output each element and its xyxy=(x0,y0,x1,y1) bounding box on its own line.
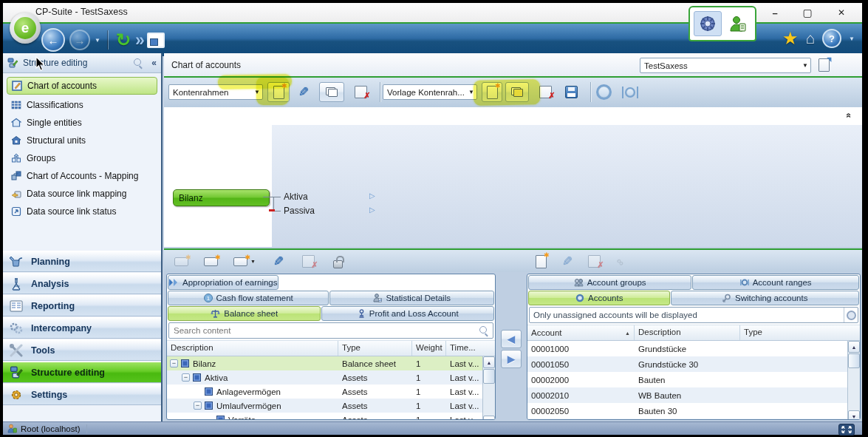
close-button[interactable] xyxy=(829,4,854,21)
tree-node-aktiva[interactable]: Aktiva xyxy=(284,192,308,202)
collapse-panel-icon[interactable] xyxy=(844,113,855,118)
tab-balance-sheet[interactable]: Balance sheet xyxy=(168,306,321,321)
scrollbar-thumb[interactable] xyxy=(483,369,495,384)
sidebar-item-classifications[interactable]: Classifications xyxy=(3,96,161,114)
expand-window-button[interactable] xyxy=(838,424,855,436)
tab-switching-accounts[interactable]: Switching accounts xyxy=(671,291,859,305)
back-button[interactable] xyxy=(41,28,65,52)
tab-cash-flow-statement[interactable]: 1 Cash flow statement xyxy=(168,291,329,305)
collapse-box-icon[interactable] xyxy=(182,373,190,382)
column-header-weight[interactable]: Weight xyxy=(412,341,446,356)
tree-node-bilanz[interactable]: Bilanz xyxy=(173,189,270,206)
edit-node-button[interactable] xyxy=(266,252,291,271)
edit-account-button[interactable] xyxy=(556,252,579,271)
show-all-nodes-button[interactable] xyxy=(592,82,615,102)
sidebar-item-chart-of-accounts[interactable]: Chart of accounts xyxy=(7,77,157,95)
tree-collapse-minus-icon[interactable] xyxy=(269,209,275,211)
scenario-combobox[interactable]: TestSaxess xyxy=(640,58,811,73)
template-combobox[interactable]: Vorlage Kontenrah... xyxy=(383,84,477,100)
new-child-node-button[interactable] xyxy=(198,252,223,271)
table-row[interactable]: Aktiva Assets 1 Last v... xyxy=(167,370,495,385)
delete-account-button[interactable] xyxy=(582,252,606,271)
tab-account-groups[interactable]: Account groups xyxy=(528,275,691,290)
column-header-description[interactable]: Description xyxy=(635,325,740,340)
column-header-description[interactable]: Description xyxy=(167,341,338,356)
copy-chart-button[interactable] xyxy=(319,82,344,102)
sidebar-item-structural-units[interactable]: Structural units xyxy=(3,132,161,149)
search-icon[interactable] xyxy=(134,58,143,67)
history-dropdown-icon[interactable] xyxy=(95,37,100,44)
sidebar-item-chart-of-accounts-mapping[interactable]: Chart of Accounts - Mapping xyxy=(3,167,161,185)
scrollbar-thumb[interactable] xyxy=(848,353,860,368)
favorites-star-icon[interactable] xyxy=(782,28,799,49)
table-row[interactable]: 00002060 WB Bauten 30 xyxy=(527,419,860,420)
table-row[interactable]: Umlaufvermögen Assets 1 Last v... xyxy=(167,399,495,413)
table-row[interactable]: 00002050 Bauten 30 xyxy=(527,403,860,419)
search-input[interactable] xyxy=(169,326,479,335)
new-account-button[interactable] xyxy=(529,252,553,271)
delete-chart-button[interactable] xyxy=(349,82,372,102)
admin-mode-button[interactable] xyxy=(694,11,722,36)
help-button[interactable]: ? xyxy=(822,29,841,48)
window-layout-icon[interactable] xyxy=(147,33,165,48)
table-row[interactable]: 00002010 WB Bauten xyxy=(527,387,860,403)
search-icon[interactable] xyxy=(479,326,488,335)
scroll-up-icon[interactable]: ▲ xyxy=(848,341,860,353)
column-header-type[interactable]: Type xyxy=(740,325,844,340)
sidebar-item-data-source-link-mapping[interactable]: Data source link mapping xyxy=(3,185,161,203)
accounts-filter-bar[interactable]: Only unassigned accounts will be display… xyxy=(529,307,858,323)
tab-profit-and-loss-account[interactable]: Profit and Loss Account xyxy=(321,306,494,321)
save-button[interactable] xyxy=(560,82,582,102)
tree-node-passiva[interactable]: Passiva xyxy=(284,206,315,216)
assign-left-arrow-button[interactable] xyxy=(501,330,522,348)
unlock-button[interactable] xyxy=(325,252,350,271)
scroll-down-icon[interactable]: ▼ xyxy=(848,410,860,420)
collapse-box-icon[interactable] xyxy=(170,359,178,367)
sidebar-item-data-source-link-status[interactable]: Data source link status xyxy=(3,203,161,220)
nav-item-settings[interactable]: Settings xyxy=(3,384,161,405)
collapse-sidebar-icon[interactable]: « xyxy=(151,58,157,68)
unlink-account-button[interactable] xyxy=(609,252,632,271)
home-icon[interactable] xyxy=(805,30,815,47)
table-row[interactable]: Vorräte Assets 1 Last v... xyxy=(167,413,495,420)
edit-chart-button[interactable] xyxy=(293,82,315,102)
new-node-menu-button[interactable] xyxy=(228,252,262,271)
forward-button[interactable] xyxy=(69,30,90,50)
minimize-button[interactable] xyxy=(762,4,787,21)
maximize-button[interactable] xyxy=(795,4,820,21)
filter-options-button[interactable] xyxy=(844,308,858,322)
tab-account-ranges[interactable]: Account ranges xyxy=(692,275,859,290)
help-dropdown-icon[interactable] xyxy=(849,35,855,42)
column-header-account[interactable]: Account ▲ xyxy=(527,325,635,340)
table-row[interactable]: 00001000 Grundstücke xyxy=(527,341,860,356)
scroll-down-icon[interactable]: ▼ xyxy=(483,416,495,420)
tab-appropriation-of-earnings[interactable]: Appropriation of earnings xyxy=(168,275,278,290)
tab-accounts[interactable]: Accounts xyxy=(528,291,670,305)
column-header-type[interactable]: Type xyxy=(338,341,412,356)
new-sibling-node-button[interactable] xyxy=(168,252,194,271)
nav-item-reporting[interactable]: Reporting xyxy=(3,295,161,316)
vertical-scrollbar[interactable]: ▲ ▼ xyxy=(482,356,495,420)
scenario-new-button[interactable]: ◥ xyxy=(816,57,832,73)
fast-forward-icon[interactable] xyxy=(135,30,143,50)
user-mode-button[interactable] xyxy=(725,12,751,35)
fit-view-button[interactable] xyxy=(618,82,643,102)
assign-right-arrow-button[interactable] xyxy=(501,350,522,368)
column-header-time[interactable]: Time... xyxy=(446,341,482,356)
sidebar-item-single-entities[interactable]: Single entities xyxy=(3,114,161,132)
scroll-up-icon[interactable]: ▲ xyxy=(483,356,495,368)
nav-item-planning[interactable]: Planning xyxy=(3,251,161,272)
sidebar-item-groups[interactable]: Groups xyxy=(3,149,161,167)
table-row[interactable]: Bilanz Balance sheet 1 Last v... xyxy=(167,356,495,370)
nav-item-intercompany[interactable]: Intercompany xyxy=(3,317,161,339)
table-row[interactable]: Anlagevermögen Assets 1 Last v... xyxy=(167,385,495,399)
expand-triangle-icon[interactable] xyxy=(369,206,375,214)
nav-item-tools[interactable]: Tools xyxy=(3,339,161,361)
vertical-scrollbar[interactable]: ▲ ▼ xyxy=(847,341,860,420)
table-row[interactable]: 00001050 Grundstücke 30 xyxy=(527,356,860,372)
nav-item-structure-editing[interactable]: Structure editing xyxy=(3,362,161,383)
expand-triangle-icon[interactable] xyxy=(369,192,375,200)
tab-statistical-details[interactable]: Statistical Details xyxy=(329,291,494,305)
collapse-box-icon[interactable] xyxy=(194,402,202,410)
nav-item-analysis[interactable]: Analysis xyxy=(3,273,161,294)
